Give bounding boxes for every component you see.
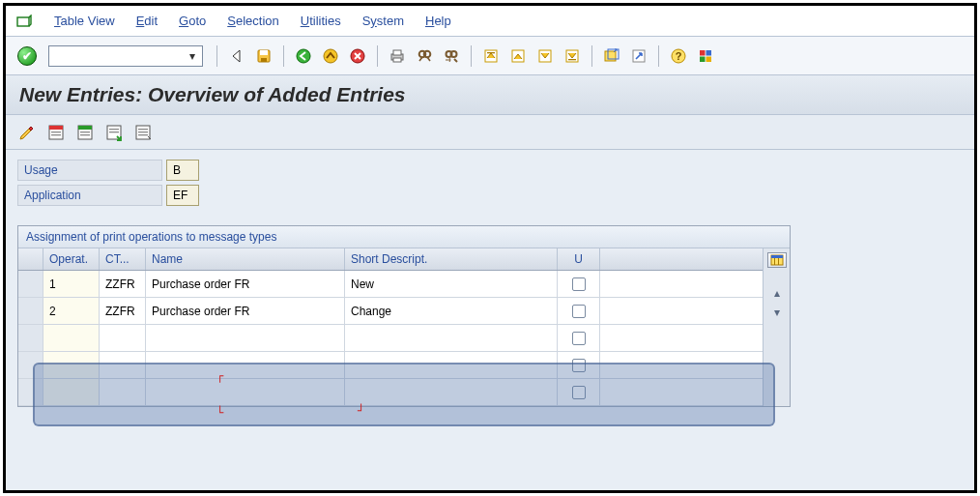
scroll-up-icon[interactable]: ▴: [769, 285, 785, 301]
cell-operat[interactable]: 2: [43, 298, 100, 324]
application-value[interactable]: EF: [166, 185, 199, 206]
title-area: New Entries: Overview of Added Entries: [6, 75, 974, 115]
back-button[interactable]: [292, 44, 315, 68]
next-page-button[interactable]: [533, 44, 557, 68]
svg-rect-32: [51, 134, 61, 135]
separator: [377, 45, 378, 67]
cell-ctyp[interactable]: [100, 352, 146, 378]
print-button[interactable]: [386, 44, 409, 68]
table-row[interactable]: [18, 352, 763, 379]
cell-u[interactable]: [558, 325, 600, 351]
cell-operat[interactable]: 1: [43, 271, 100, 297]
cell-short[interactable]: [345, 325, 558, 351]
checkbox[interactable]: [572, 386, 586, 399]
table-row[interactable]: 1ZZFRPurchase order FRNew: [18, 271, 763, 298]
menu-goto[interactable]: Goto: [179, 14, 206, 28]
checkbox[interactable]: [572, 305, 586, 318]
grid-scrollbar[interactable]: ▴ ▾: [763, 248, 790, 406]
exit-button[interactable]: [319, 44, 342, 68]
find-next-button[interactable]: [440, 44, 463, 68]
header-ctyp[interactable]: CT...: [100, 248, 146, 270]
row-selector[interactable]: [18, 379, 43, 405]
last-page-button[interactable]: [561, 44, 584, 68]
svg-point-13: [451, 51, 457, 57]
table-panel: Assignment of print operations to messag…: [17, 225, 791, 407]
menu-system[interactable]: System: [362, 14, 404, 28]
grid: Operat. CT... Name Short Descript. U 1ZZ…: [18, 248, 790, 406]
save-button[interactable]: [252, 44, 275, 68]
deselect-all-button[interactable]: [73, 121, 97, 144]
cell-u[interactable]: [558, 271, 600, 297]
cell-operat[interactable]: [43, 325, 100, 351]
cell-name[interactable]: [146, 352, 345, 378]
cell-ctyp[interactable]: ZZFR: [100, 271, 146, 297]
cell-operat[interactable]: [43, 379, 100, 405]
cell-short[interactable]: New: [345, 271, 558, 297]
cell-u[interactable]: [558, 352, 600, 378]
cell-ctyp[interactable]: [100, 379, 146, 405]
prev-page-button[interactable]: [506, 44, 530, 68]
application-toolbar: [6, 115, 974, 150]
table-row[interactable]: [18, 325, 763, 352]
configure-columns-button[interactable]: [767, 252, 787, 268]
create-shortcut-button[interactable]: [627, 44, 650, 68]
cancel-button[interactable]: [346, 44, 369, 68]
window-menu-icon[interactable]: [15, 15, 33, 28]
svg-rect-41: [138, 129, 148, 130]
cell-u[interactable]: [558, 298, 600, 324]
enter-button[interactable]: ✔: [15, 44, 39, 68]
row-selector[interactable]: [18, 325, 43, 351]
header-name[interactable]: Name: [146, 248, 345, 270]
layout-menu-button[interactable]: [694, 44, 717, 68]
checkbox[interactable]: [572, 277, 586, 291]
cell-short[interactable]: [345, 352, 558, 378]
command-field[interactable]: ▾: [48, 45, 203, 67]
svg-rect-34: [78, 126, 92, 130]
svg-rect-30: [49, 126, 63, 130]
usage-value[interactable]: B: [166, 160, 199, 181]
row-selector[interactable]: [18, 271, 43, 297]
menu-edit[interactable]: Edit: [136, 14, 158, 28]
standard-toolbar: ✔ ▾: [6, 37, 974, 75]
cell-name[interactable]: Purchase order FR: [146, 298, 345, 324]
row-selector[interactable]: [18, 352, 43, 378]
menu-help[interactable]: Help: [425, 14, 451, 28]
svg-rect-25: [700, 50, 706, 56]
table-row[interactable]: [18, 379, 763, 406]
cell-name[interactable]: [146, 325, 345, 351]
cell-short[interactable]: Change: [345, 298, 558, 324]
row-selector[interactable]: [18, 298, 43, 324]
config-button[interactable]: [131, 121, 155, 144]
menu-table-view[interactable]: TTable Viewable View: [54, 14, 115, 28]
header-selector[interactable]: [18, 248, 43, 270]
select-block-button[interactable]: [102, 121, 126, 144]
scroll-down-icon[interactable]: ▾: [769, 305, 785, 320]
select-all-button[interactable]: [44, 121, 68, 144]
first-page-button[interactable]: [479, 44, 503, 68]
menu-bar-toggle-button[interactable]: [225, 44, 248, 68]
find-button[interactable]: [413, 44, 436, 68]
cell-ctyp[interactable]: ZZFR: [100, 298, 146, 324]
checkbox[interactable]: [572, 332, 586, 345]
checkbox[interactable]: [572, 359, 586, 372]
menu-selection[interactable]: Selection: [227, 14, 278, 28]
menu-utilities[interactable]: Utilities: [301, 14, 341, 28]
cell-ctyp[interactable]: [100, 325, 146, 351]
cell-short[interactable]: [345, 379, 558, 405]
cell-u[interactable]: [558, 379, 600, 405]
cell-name[interactable]: Purchase order FR: [146, 271, 345, 297]
usage-label: Usage: [17, 160, 162, 181]
header-short[interactable]: Short Descript.: [345, 248, 558, 270]
dropdown-arrow-icon: ▾: [185, 48, 200, 64]
header-operat[interactable]: Operat.: [43, 248, 100, 270]
svg-text:?: ?: [676, 50, 682, 62]
svg-rect-15: [487, 52, 495, 53]
cell-operat[interactable]: [43, 352, 100, 378]
grid-header-row: Operat. CT... Name Short Descript. U: [18, 248, 763, 271]
new-session-button[interactable]: [600, 44, 623, 68]
change-button[interactable]: [15, 121, 39, 144]
table-row[interactable]: 2ZZFRPurchase order FRChange: [18, 298, 763, 325]
help-button[interactable]: ?: [667, 44, 690, 68]
cell-name[interactable]: [146, 379, 345, 405]
header-u[interactable]: U: [558, 248, 600, 270]
